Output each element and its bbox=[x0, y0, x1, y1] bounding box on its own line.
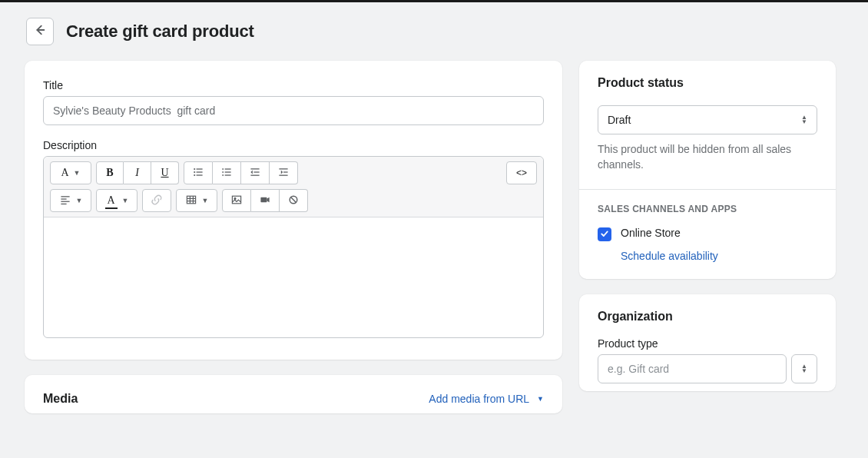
text-color-icon: A bbox=[105, 194, 118, 207]
svg-rect-24 bbox=[187, 196, 195, 204]
link-icon bbox=[151, 194, 163, 208]
indent-icon bbox=[277, 166, 290, 181]
checkmark-icon bbox=[600, 227, 609, 241]
font-family-dropdown[interactable]: A▼ bbox=[50, 161, 91, 184]
online-store-label: Online Store bbox=[621, 227, 718, 239]
title-field-label: Title bbox=[43, 79, 544, 91]
bullet-list-button[interactable] bbox=[184, 161, 213, 184]
table-dropdown[interactable]: ▼ bbox=[176, 189, 217, 212]
description-editor: A▼ B I U bbox=[43, 156, 544, 338]
video-icon bbox=[259, 194, 271, 208]
page-title: Create gift card product bbox=[66, 22, 254, 41]
number-list-icon bbox=[220, 166, 233, 181]
svg-rect-31 bbox=[260, 197, 267, 201]
product-status-title: Product status bbox=[598, 76, 817, 90]
editor-toolbar: A▼ B I U bbox=[44, 157, 543, 217]
bold-button[interactable]: B bbox=[96, 161, 124, 184]
html-view-button[interactable]: <> bbox=[506, 161, 537, 184]
clear-format-icon bbox=[287, 194, 300, 208]
underline-button[interactable]: U bbox=[151, 161, 179, 184]
product-status-card: Product status Draft ▲▼ This product wil… bbox=[579, 61, 836, 279]
media-card: Media Add media from URL ▼ bbox=[25, 375, 562, 413]
svg-point-4 bbox=[194, 174, 195, 175]
title-input[interactable] bbox=[43, 96, 544, 125]
video-button[interactable] bbox=[251, 189, 280, 212]
organization-title: Organization bbox=[598, 310, 817, 324]
svg-rect-20 bbox=[61, 196, 69, 197]
svg-rect-15 bbox=[250, 174, 259, 175]
italic-button[interactable]: I bbox=[124, 161, 151, 184]
title-description-card: Title Description A▼ B I bbox=[25, 61, 562, 360]
svg-point-0 bbox=[194, 168, 195, 169]
status-select-value: Draft bbox=[608, 114, 631, 126]
align-left-icon bbox=[59, 194, 71, 208]
description-field-label: Description bbox=[43, 139, 544, 151]
schedule-availability-link[interactable]: Schedule availability bbox=[621, 250, 718, 262]
svg-rect-10 bbox=[222, 174, 224, 176]
svg-rect-1 bbox=[197, 168, 203, 169]
svg-rect-29 bbox=[232, 196, 240, 204]
svg-rect-11 bbox=[225, 174, 231, 175]
image-icon bbox=[230, 194, 243, 208]
indent-button[interactable] bbox=[270, 161, 298, 184]
align-dropdown[interactable]: ▼ bbox=[50, 189, 91, 212]
online-store-checkbox[interactable] bbox=[598, 227, 611, 241]
svg-rect-12 bbox=[250, 168, 259, 169]
bullet-list-icon bbox=[192, 166, 204, 181]
status-helper-text: This product will be hidden from all sal… bbox=[598, 142, 817, 172]
svg-point-2 bbox=[194, 171, 195, 172]
select-updown-icon: ▲▼ bbox=[801, 364, 807, 373]
status-select[interactable]: Draft ▲▼ bbox=[598, 105, 817, 134]
outdent-icon bbox=[249, 166, 261, 181]
code-icon: <> bbox=[516, 168, 527, 178]
page-header: Create gift card product bbox=[26, 18, 843, 45]
product-type-stepper[interactable]: ▲▼ bbox=[791, 354, 817, 383]
back-button[interactable] bbox=[26, 18, 54, 45]
add-media-url-link[interactable]: Add media from URL ▼ bbox=[429, 393, 544, 405]
number-list-button[interactable] bbox=[213, 161, 241, 184]
media-section-title: Media bbox=[43, 392, 78, 406]
product-type-input[interactable] bbox=[598, 354, 787, 383]
product-type-label: Product type bbox=[598, 337, 817, 350]
svg-rect-14 bbox=[253, 171, 259, 172]
svg-rect-8 bbox=[222, 171, 224, 173]
svg-rect-19 bbox=[279, 174, 287, 175]
link-button[interactable] bbox=[142, 189, 171, 212]
svg-marker-13 bbox=[250, 170, 252, 174]
outdent-button[interactable] bbox=[241, 161, 270, 184]
arrow-left-icon bbox=[33, 23, 47, 41]
clear-formatting-button[interactable] bbox=[280, 189, 308, 212]
description-textarea[interactable] bbox=[44, 217, 543, 337]
select-updown-icon: ▲▼ bbox=[801, 115, 807, 124]
svg-rect-9 bbox=[225, 171, 231, 172]
table-icon bbox=[185, 194, 197, 208]
svg-point-30 bbox=[234, 197, 236, 199]
add-media-url-label: Add media from URL bbox=[429, 393, 529, 405]
svg-marker-17 bbox=[281, 170, 283, 174]
svg-rect-18 bbox=[283, 171, 288, 172]
svg-line-34 bbox=[291, 197, 296, 201]
svg-rect-23 bbox=[61, 203, 66, 204]
organization-card: Organization Product type ▲▼ bbox=[579, 294, 836, 391]
svg-rect-22 bbox=[61, 201, 69, 201]
text-color-dropdown[interactable]: A ▼ bbox=[96, 189, 137, 212]
caret-down-icon: ▼ bbox=[537, 395, 544, 403]
sales-channels-heading: SALES CHANNELS AND APPS bbox=[598, 204, 817, 214]
svg-rect-5 bbox=[197, 174, 203, 175]
svg-marker-32 bbox=[267, 197, 269, 201]
svg-rect-21 bbox=[61, 198, 66, 199]
svg-rect-16 bbox=[279, 168, 287, 169]
svg-rect-3 bbox=[197, 171, 203, 172]
image-button[interactable] bbox=[222, 189, 251, 212]
svg-rect-7 bbox=[225, 168, 231, 169]
svg-rect-6 bbox=[222, 168, 224, 170]
